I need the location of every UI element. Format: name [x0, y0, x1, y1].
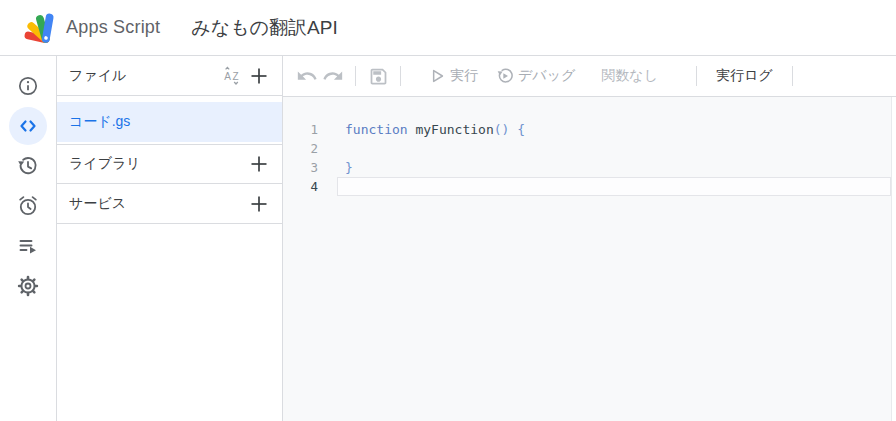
debug-icon	[495, 66, 515, 86]
info-icon	[16, 74, 40, 98]
redo-button[interactable]	[320, 63, 346, 89]
code-text: function myFunction() {	[337, 120, 891, 139]
toolbar-divider	[792, 66, 793, 86]
toolbar-divider	[355, 66, 356, 86]
editor-scrollbar[interactable]	[891, 97, 896, 421]
line-number: 4	[283, 177, 337, 196]
debug-label: デバッグ	[518, 67, 575, 85]
file-name: コード.gs	[69, 113, 130, 131]
editor-toolbar: 実行 デバッグ 関数なし 実行ログ	[283, 56, 896, 97]
selected-item-bubble	[9, 107, 47, 145]
line-number: 2	[283, 139, 337, 158]
project-title[interactable]: みなもの翻訳API	[191, 15, 337, 41]
libraries-label: ライブラリ	[69, 155, 246, 173]
line-number: 1	[283, 120, 337, 139]
execution-log-button[interactable]: 実行ログ	[716, 67, 773, 85]
file-item-code-gs[interactable]: コード.gs	[57, 102, 282, 142]
svg-text:Z: Z	[233, 70, 239, 81]
sort-files-button[interactable]: A Z	[220, 63, 246, 89]
app-header: Apps Script みなもの翻訳API	[0, 0, 896, 56]
save-button[interactable]	[365, 63, 391, 89]
sidebar-item-executions[interactable]	[0, 226, 56, 266]
code-line-4-active[interactable]: 4	[283, 177, 896, 196]
services-label: サービス	[69, 195, 246, 213]
plus-icon	[249, 194, 269, 214]
run-play-icon	[427, 66, 447, 86]
function-selector[interactable]: 関数なし	[601, 67, 658, 85]
apps-script-logo-icon[interactable]	[17, 9, 59, 47]
history-icon	[16, 154, 40, 178]
left-icon-rail	[0, 56, 57, 421]
services-section-row[interactable]: サービス	[57, 184, 282, 224]
code-icon	[16, 114, 40, 138]
sidebar-item-settings[interactable]	[0, 266, 56, 306]
plus-icon	[249, 66, 269, 86]
run-label: 実行	[450, 67, 478, 85]
sidebar-item-overview[interactable]	[0, 66, 56, 106]
code-line-2[interactable]: 2	[283, 139, 896, 158]
files-header-row: ファイル A Z	[57, 56, 282, 96]
code-editor[interactable]: 1 function myFunction() { 2 3 } 4	[283, 97, 896, 421]
add-file-button[interactable]	[246, 63, 272, 89]
svg-text:A: A	[224, 70, 231, 81]
plus-icon	[249, 154, 269, 174]
file-panel: ファイル A Z コード.gs ライブラリ	[57, 56, 283, 421]
alarm-clock-icon	[16, 194, 40, 218]
libraries-section-row[interactable]: ライブラリ	[57, 144, 282, 184]
run-button[interactable]: 実行	[427, 66, 478, 86]
save-icon	[368, 66, 389, 87]
sidebar-item-editor[interactable]	[0, 106, 56, 146]
code-token-identifier: myFunction	[408, 122, 494, 137]
executions-list-icon	[16, 234, 40, 258]
line-number: 3	[283, 158, 337, 177]
code-token-keyword: function	[345, 122, 408, 137]
undo-button[interactable]	[294, 63, 320, 89]
add-library-button[interactable]	[246, 151, 272, 177]
redo-icon	[322, 65, 344, 87]
sidebar-item-project-history[interactable]	[0, 146, 56, 186]
code-line-3[interactable]: 3 }	[283, 158, 896, 177]
code-token-punctuation: () {	[494, 122, 525, 137]
active-line-highlight	[337, 177, 891, 196]
toolbar-divider	[400, 66, 401, 86]
toolbar-divider	[696, 66, 697, 86]
add-service-button[interactable]	[246, 191, 272, 217]
gear-icon	[16, 274, 40, 298]
undo-icon	[296, 65, 318, 87]
app-name: Apps Script	[66, 17, 160, 38]
files-header-label: ファイル	[69, 67, 220, 85]
code-line-1[interactable]: 1 function myFunction() {	[283, 120, 896, 139]
code-token-punctuation: }	[345, 160, 353, 175]
code-text	[337, 139, 891, 158]
code-text: }	[337, 158, 891, 177]
sidebar-item-triggers[interactable]	[0, 186, 56, 226]
sort-az-icon: A Z	[223, 66, 243, 86]
debug-button[interactable]: デバッグ	[495, 66, 575, 86]
